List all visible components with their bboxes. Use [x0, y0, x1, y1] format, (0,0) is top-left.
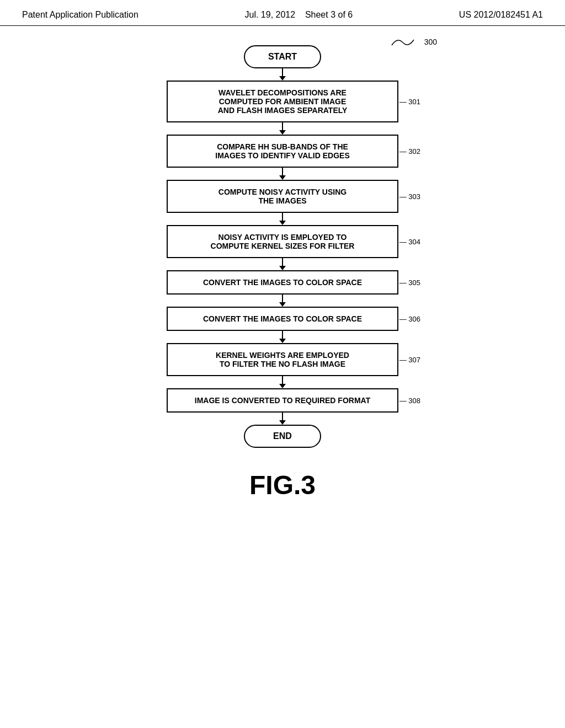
process-box-303: COMPUTE NOISY ACTIVITY USING THE IMAGES: [167, 180, 398, 213]
step-number-302: — 302: [399, 147, 420, 156]
step-number-308: — 308: [399, 397, 420, 405]
process-box-306: CONVERT THE IMAGES TO COLOR SPACE: [167, 307, 398, 331]
process-box-301: WAVELET DECOMPOSITIONS ARE COMPUTED FOR …: [167, 81, 398, 122]
arrow-4: [279, 213, 286, 225]
header-left: Patent Application Publication: [22, 10, 138, 20]
step-row-307: KERNEL WEIGHTS ARE EMPLOYED TO FILTER TH…: [128, 343, 437, 376]
arrow-1: [279, 68, 286, 81]
step-number-303: — 303: [399, 192, 420, 201]
main-content: 300 START WAVELET DECOMPOSITIONS ARE COM…: [0, 26, 565, 500]
process-box-304: NOISY ACTIVITY IS EMPLOYED TO COMPUTE KE…: [167, 225, 398, 258]
arrow-2: [279, 122, 286, 135]
process-box-305: CONVERT THE IMAGES TO COLOR SPACE: [167, 270, 398, 295]
arrow-5: [279, 258, 286, 270]
process-box-308: IMAGE IS CONVERTED TO REQUIRED FORMAT: [167, 388, 398, 413]
step-row-308: IMAGE IS CONVERTED TO REQUIRED FORMAT — …: [128, 388, 437, 413]
step-number-307: — 307: [399, 356, 420, 364]
step-row-306: CONVERT THE IMAGES TO COLOR SPACE — 306: [128, 307, 437, 331]
arrow-8: [279, 376, 286, 388]
step-row-302: COMPARE HH SUB-BANDS OF THE IMAGES TO ID…: [128, 135, 437, 168]
step-row-304: NOISY ACTIVITY IS EMPLOYED TO COMPUTE KE…: [128, 225, 437, 258]
header-center: Jul. 19, 2012 Sheet 3 of 6: [244, 10, 353, 20]
step-row-303: COMPUTE NOISY ACTIVITY USING THE IMAGES …: [128, 180, 437, 213]
arrow-3: [279, 168, 286, 180]
arrow-9: [279, 413, 286, 425]
figure-caption: FIG.3: [249, 470, 316, 500]
step-number-304: — 304: [399, 238, 420, 246]
page-header: Patent Application Publication Jul. 19, …: [0, 0, 565, 26]
step-row-301: WAVELET DECOMPOSITIONS ARE COMPUTED FOR …: [128, 81, 437, 122]
process-box-307: KERNEL WEIGHTS ARE EMPLOYED TO FILTER TH…: [167, 343, 398, 376]
arrow-7: [279, 331, 286, 343]
end-box: END: [244, 425, 321, 448]
end-row: END: [128, 425, 437, 448]
step-number-306: — 306: [399, 315, 420, 323]
start-box: START: [244, 45, 321, 68]
arrow-6: [279, 295, 286, 307]
process-box-302: COMPARE HH SUB-BANDS OF THE IMAGES TO ID…: [167, 135, 398, 168]
step-number-305: — 305: [399, 279, 420, 287]
start-row: START: [128, 45, 437, 68]
flowchart: 300 START WAVELET DECOMPOSITIONS ARE COM…: [128, 42, 437, 448]
header-right: US 2012/0182451 A1: [459, 10, 543, 20]
step-number-301: — 301: [399, 98, 420, 106]
step-row-305: CONVERT THE IMAGES TO COLOR SPACE — 305: [128, 270, 437, 295]
